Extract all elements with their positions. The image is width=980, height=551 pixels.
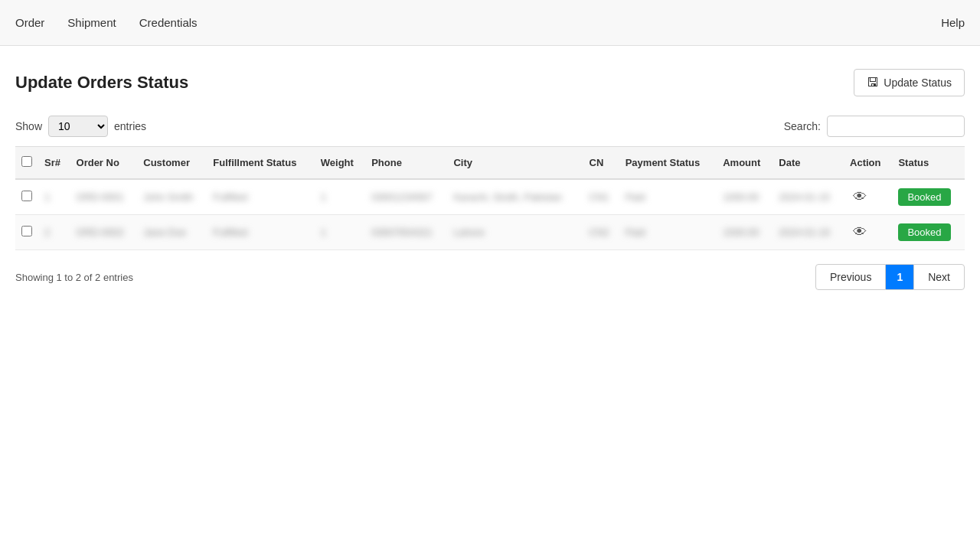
- next-button[interactable]: Next: [913, 264, 965, 290]
- row-checkbox-cell: [15, 215, 38, 250]
- row-checkbox-cell: [15, 179, 38, 215]
- update-status-icon: 🖫: [867, 76, 879, 90]
- row-checkbox[interactable]: [21, 226, 32, 236]
- row-order-no: ORD-0002: [70, 215, 138, 250]
- row-status: Booked: [892, 215, 965, 250]
- pagination: Previous 1 Next: [815, 264, 965, 290]
- entries-info: Showing 1 to 2 of 2 entries: [15, 272, 133, 283]
- row-cn: CN1: [583, 179, 619, 215]
- controls-row: Show 10 25 50 100 entries Search:: [15, 116, 965, 137]
- entries-select[interactable]: 10 25 50 100: [48, 116, 108, 137]
- row-order-no: ORD-0001: [70, 179, 138, 215]
- header-phone: Phone: [365, 147, 447, 180]
- row-weight: 1: [315, 215, 365, 250]
- show-entries-control: Show 10 25 50 100 entries: [15, 116, 146, 137]
- header-weight: Weight: [315, 147, 365, 180]
- row-weight: 1: [315, 179, 365, 215]
- header-checkbox-col: [15, 147, 38, 180]
- table-row: 1 ORD-0001 John Smith Fulfilled 1 030012…: [15, 179, 965, 215]
- navbar-item-order[interactable]: Order: [15, 12, 44, 33]
- search-area: Search:: [784, 116, 965, 137]
- header-sr: Sr#: [38, 147, 70, 180]
- view-button[interactable]: 👁: [850, 223, 870, 242]
- header-customer: Customer: [137, 147, 207, 180]
- row-date: 2024-01-15: [773, 179, 844, 215]
- header-fulfillment-status: Fulfillment Status: [207, 147, 314, 180]
- pagination-row: Showing 1 to 2 of 2 entries Previous 1 N…: [15, 264, 965, 290]
- row-date: 2024-01-16: [773, 215, 844, 250]
- header-order-no: Order No: [70, 147, 138, 180]
- status-badge: Booked: [898, 223, 950, 241]
- search-label: Search:: [784, 120, 821, 132]
- header-date: Date: [773, 147, 844, 180]
- main-content: Update Orders Status 🖫 Update Status Sho…: [0, 46, 980, 305]
- page-header: Update Orders Status 🖫 Update Status: [15, 69, 965, 96]
- row-payment-status: Paid: [619, 179, 717, 215]
- row-sr: 2: [38, 215, 70, 250]
- header-action: Action: [844, 147, 892, 180]
- row-phone: 03001234567: [365, 179, 447, 215]
- row-city: Karachi, Sindh, Pakistan: [447, 179, 583, 215]
- header-cn: CN: [583, 147, 619, 180]
- row-amount: 1000.00: [717, 179, 773, 215]
- row-fulfillment-status: Fulfilled: [207, 215, 314, 250]
- header-amount: Amount: [717, 147, 773, 180]
- previous-button[interactable]: Previous: [815, 264, 886, 290]
- row-customer: Jane Doe: [137, 215, 207, 250]
- show-label: Show: [15, 120, 42, 132]
- row-payment-status: Paid: [619, 215, 717, 250]
- row-customer: John Smith: [137, 179, 207, 215]
- row-sr: 1: [38, 179, 70, 215]
- row-amount: 1500.00: [717, 215, 773, 250]
- navbar-help[interactable]: Help: [941, 16, 965, 29]
- current-page: 1: [886, 264, 913, 290]
- header-payment-status: Payment Status: [619, 147, 717, 180]
- table-header-row: Sr# Order No Customer Fulfillment Status…: [15, 147, 965, 180]
- row-action: 👁: [844, 179, 892, 215]
- row-checkbox[interactable]: [21, 191, 32, 201]
- navbar-item-credentials[interactable]: Credentials: [139, 12, 198, 33]
- entries-label: entries: [114, 120, 146, 132]
- status-badge: Booked: [898, 188, 950, 206]
- header-status: Status: [892, 147, 965, 180]
- navbar-item-shipment[interactable]: Shipment: [67, 12, 116, 33]
- orders-table: Sr# Order No Customer Fulfillment Status…: [15, 146, 965, 250]
- table-container: Sr# Order No Customer Fulfillment Status…: [15, 146, 965, 250]
- update-status-label: Update Status: [884, 77, 952, 89]
- row-action: 👁: [844, 215, 892, 250]
- navbar-links: Order Shipment Credentials: [15, 12, 941, 33]
- row-cn: CN2: [583, 215, 619, 250]
- row-city: Lahore: [447, 215, 583, 250]
- row-status: Booked: [892, 179, 965, 215]
- view-button[interactable]: 👁: [850, 187, 870, 207]
- row-phone: 03007654321: [365, 215, 447, 250]
- search-input[interactable]: [827, 116, 965, 137]
- select-all-checkbox[interactable]: [21, 156, 32, 167]
- table-row: 2 ORD-0002 Jane Doe Fulfilled 1 03007654…: [15, 215, 965, 250]
- page-title: Update Orders Status: [15, 73, 188, 93]
- header-city: City: [447, 147, 583, 180]
- row-fulfillment-status: Fulfilled: [207, 179, 314, 215]
- navbar: Order Shipment Credentials Help: [0, 0, 980, 46]
- update-status-button[interactable]: 🖫 Update Status: [854, 69, 965, 96]
